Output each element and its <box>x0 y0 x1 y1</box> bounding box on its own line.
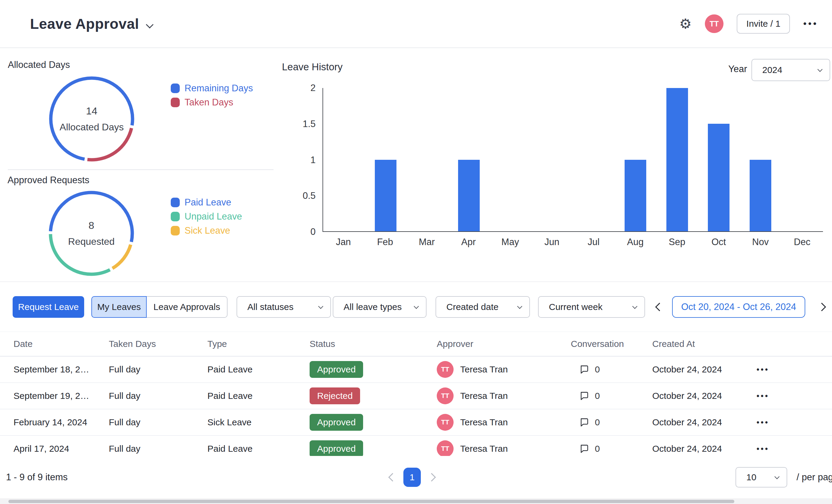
prev-week-button[interactable] <box>653 296 666 318</box>
legend-item: Unpaid Leave <box>171 212 242 221</box>
cell-date: February 14, 2024 <box>14 417 87 427</box>
y-tick-label: 1 <box>283 154 316 166</box>
settings-gear-icon[interactable]: ⚙ <box>679 17 692 31</box>
x-tick-label: Jul <box>573 237 615 248</box>
bar-slot <box>407 88 448 231</box>
approver-name: Teresa Tran <box>460 364 508 374</box>
row-menu-dots-icon[interactable]: ••• <box>757 365 769 374</box>
column-header-approver: Approver <box>437 339 473 349</box>
page-next-icon[interactable] <box>427 473 436 481</box>
status-badge: Approved <box>310 440 363 456</box>
column-header-date: Date <box>14 339 32 349</box>
row-menu-dots-icon[interactable]: ••• <box>757 444 769 453</box>
cell-date: April 17, 2024 <box>14 444 69 454</box>
panel-divider <box>8 169 274 170</box>
page-prev-icon[interactable] <box>388 473 397 481</box>
cell-type: Sick Leave <box>207 417 252 427</box>
approver-name: Teresa Tran <box>460 417 508 427</box>
cell-taken-days: Full day <box>109 364 140 374</box>
bar-slot <box>615 88 656 231</box>
page-size-value: 10 <box>746 472 756 482</box>
all-leave-types-value: All leave types <box>343 302 401 312</box>
per-page-label: / per page <box>797 472 832 483</box>
all-leave-types-dropdown[interactable]: All leave types <box>333 296 426 318</box>
y-tick-label: 0.5 <box>283 190 316 202</box>
tab-leave-approvals[interactable]: Leave Approvals <box>147 296 228 318</box>
cell-approver: TTTeresa Tran <box>437 388 508 404</box>
legend-item: Sick Leave <box>171 226 242 235</box>
leaves-table: DateTaken DaysTypeStatusApproverConversa… <box>0 332 832 456</box>
cell-approver: TTTeresa Tran <box>437 361 508 378</box>
tab-my-leaves[interactable]: My Leaves <box>92 296 147 318</box>
bar-aug <box>625 160 646 231</box>
cell-taken-days: Full day <box>109 444 140 454</box>
next-week-button[interactable] <box>815 296 828 318</box>
leave-history-plot <box>322 88 823 232</box>
column-header-taken-days: Taken Days <box>109 339 156 349</box>
user-avatar[interactable]: TT <box>705 15 724 33</box>
column-header-conversation: Conversation <box>571 339 624 349</box>
invite-button[interactable]: Invite / 1 <box>737 14 790 34</box>
cell-conversation[interactable]: 0 <box>579 364 600 374</box>
bar-apr <box>458 160 480 231</box>
x-tick-label: Nov <box>740 237 781 248</box>
board-menu-dots-icon[interactable]: ••• <box>803 19 818 29</box>
cell-created-at: October 24, 2024 <box>652 417 722 427</box>
current-week-dropdown[interactable]: Current week <box>538 296 645 318</box>
table-row: September 19, 2…Full dayPaid LeaveReject… <box>0 383 832 410</box>
cell-conversation[interactable]: 0 <box>579 444 600 454</box>
table-row: February 14, 2024Full daySick LeaveAppro… <box>0 410 832 436</box>
requested-value: 8 <box>89 220 95 231</box>
year-label: Year <box>728 64 747 75</box>
cell-conversation[interactable]: 0 <box>579 391 600 401</box>
cell-date: September 19, 2… <box>14 391 89 401</box>
x-tick-label: Sep <box>656 237 698 248</box>
x-tick-label: Dec <box>781 237 823 248</box>
legend-item: Paid Leave <box>171 198 242 207</box>
chevron-down-icon <box>632 304 638 309</box>
created-date-dropdown[interactable]: Created date <box>436 296 530 318</box>
horizontal-scrollbar-thumb[interactable] <box>8 500 734 503</box>
row-menu-dots-icon[interactable]: ••• <box>757 391 769 401</box>
leave-history-x-axis: JanFebMarAprMayJunJulAugSepOctNovDec <box>322 237 823 248</box>
approved-requests-title: Approved Requests <box>7 175 89 186</box>
bar-nov <box>750 160 771 231</box>
legend-label: Paid Leave <box>185 197 231 208</box>
title-chevron-down-icon[interactable] <box>146 21 153 28</box>
column-header-status: Status <box>310 339 335 349</box>
x-tick-label: Apr <box>447 237 489 248</box>
request-leave-button[interactable]: Request Leave <box>12 296 84 318</box>
table-header-row: DateTaken DaysTypeStatusApproverConversa… <box>0 332 832 357</box>
date-range-button[interactable]: Oct 20, 2024 - Oct 26, 2024 <box>672 296 805 318</box>
leave-history-title: Leave History <box>282 61 343 73</box>
allocated-days-donut: 14 Allocated Days <box>47 74 137 164</box>
chevron-right-icon <box>817 303 826 311</box>
row-menu-dots-icon[interactable]: ••• <box>757 418 769 427</box>
year-select[interactable]: 2024 <box>751 59 830 81</box>
bar-slot <box>490 88 531 231</box>
table-row: September 18, 2…Full dayPaid LeaveApprov… <box>0 357 832 383</box>
x-tick-label: Jun <box>531 237 573 248</box>
conversation-count: 0 <box>595 391 600 401</box>
cell-status: Approved <box>310 361 363 378</box>
allocated-days-legend: Remaining DaysTaken Days <box>171 84 253 107</box>
approved-requests-legend: Paid LeaveUnpaid LeaveSick Leave <box>171 198 242 235</box>
cell-created-at: October 24, 2024 <box>652 391 722 401</box>
cell-taken-days: Full day <box>109 417 140 427</box>
bar-sep <box>667 88 688 231</box>
x-tick-label: Feb <box>364 237 406 248</box>
cell-conversation[interactable]: 0 <box>579 417 600 427</box>
allocated-days-title: Allocated Days <box>8 59 70 70</box>
page-size-dropdown[interactable]: 10 <box>735 467 787 487</box>
column-header-created-at: Created At <box>652 339 695 349</box>
all-statuses-dropdown[interactable]: All statuses <box>237 296 331 318</box>
leave-approval-dashboard: Leave Approval ⚙ TT Invite / 1 ••• Alloc… <box>0 0 832 504</box>
cell-status: Approved <box>310 414 363 431</box>
pager: 1 <box>390 456 435 499</box>
x-tick-label: Jan <box>322 237 364 248</box>
y-tick-label: 0 <box>283 226 316 238</box>
table-row: April 17, 2024Full dayPaid LeaveApproved… <box>0 436 832 456</box>
page-number-button[interactable]: 1 <box>404 468 421 487</box>
cell-approver: TTTeresa Tran <box>437 440 508 456</box>
cell-taken-days: Full day <box>109 391 140 401</box>
